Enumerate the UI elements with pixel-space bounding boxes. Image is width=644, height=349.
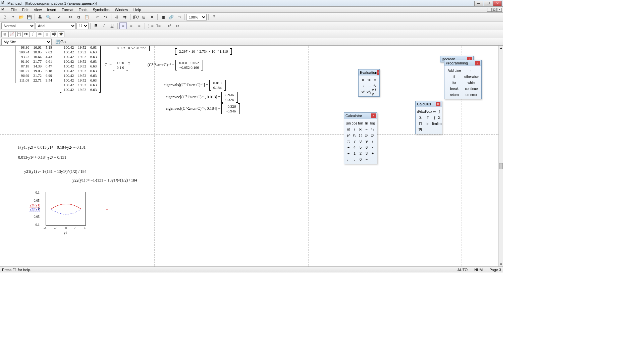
help-icon[interactable]: ? — [210, 14, 218, 20]
matrix-data-mid[interactable]: 100.4219.526.63100.4219.526.63100.4219.5… — [60, 46, 101, 93]
fx-icon[interactable]: f(x) — [132, 14, 140, 20]
redo-icon[interactable]: ↷ — [102, 14, 109, 20]
subscript-button[interactable]: x₂ — [174, 22, 181, 29]
doc-restore[interactable]: ◱ — [492, 8, 497, 12]
prog-btn[interactable]: while — [463, 80, 480, 86]
menu-view[interactable]: View — [31, 8, 45, 12]
eval-assign[interactable]: := — [366, 77, 372, 83]
calc-btn[interactable]: := — [345, 156, 352, 162]
minimize-button[interactable]: — — [474, 1, 483, 6]
calc-btn[interactable]: |x| — [358, 126, 364, 132]
eval-global[interactable]: ≡ — [372, 77, 378, 83]
align-right-icon[interactable]: ⇉ — [121, 14, 128, 20]
eval-xfy[interactable]: xfy — [366, 89, 372, 95]
prog-btn[interactable]: Add Line — [446, 67, 463, 73]
calc-btn[interactable]: 5 — [358, 144, 364, 150]
align-center-button[interactable]: ≡ — [127, 22, 135, 29]
eq-eigenvec-2[interactable]: eigenvec[(Cᵀ·Σисп·C)⁻¹, 0.184] = 0.326−0… — [166, 103, 240, 114]
workspace[interactable]: 98.3616.615.18100.7418.857.0393.2316.644… — [0, 46, 498, 266]
calculus-btn[interactable]: Σ — [417, 114, 424, 120]
calc-btn[interactable]: 8 — [358, 138, 364, 144]
calculus-btn[interactable]: dⁿ/dx — [424, 108, 432, 114]
eq-eigenvec-1[interactable]: eigenvec[(Cᵀ·Σисп·C)⁻¹, 0.013] = 0.9460.… — [166, 92, 238, 103]
graph-palette-icon[interactable]: 📈 — [8, 31, 15, 37]
component-icon[interactable]: ▦ — [159, 14, 167, 20]
eq-inverse[interactable]: (Cᵀ·Σисп·C)⁻¹ = 0.031 −0.052−0.052 0.166 — [148, 60, 203, 70]
new-dropdown-icon[interactable]: ▾ — [9, 14, 17, 20]
palette-close-icon[interactable]: × — [475, 61, 480, 65]
calculus-btn[interactable]: ∞ — [432, 108, 437, 114]
calc-btn[interactable]: ⌐ — [364, 126, 370, 132]
matrix-palette-icon[interactable]: [::] — [15, 31, 22, 37]
eval-xf[interactable]: xf — [360, 89, 366, 95]
style-select[interactable]: Normal — [1, 22, 35, 29]
open-icon[interactable]: 📂 — [17, 14, 25, 20]
evaluation-palette-icon[interactable]: x= — [22, 31, 29, 37]
calc-btn[interactable]: 6 — [364, 144, 370, 150]
vertical-scrollbar[interactable]: ▴ ▾ — [498, 46, 503, 266]
calc-btn[interactable]: eˣ — [345, 132, 352, 138]
prog-btn[interactable]: continue — [463, 86, 480, 92]
prog-btn[interactable]: if — [446, 73, 463, 80]
menu-help[interactable]: Help — [131, 8, 144, 12]
eq-c-definition[interactable]: C := 1 0 00 1 0T — [105, 60, 130, 70]
numbering-button[interactable]: 1≡ — [155, 22, 162, 29]
undo-icon[interactable]: ↶ — [94, 14, 101, 20]
zoom-select[interactable]: 100% — [186, 14, 207, 20]
calc-btn[interactable]: n! — [345, 126, 352, 132]
calc-btn[interactable]: 4 — [352, 144, 358, 150]
size-select[interactable]: 10 — [76, 22, 89, 29]
spell-icon[interactable]: ✓ — [56, 14, 63, 20]
paste-icon[interactable]: 📋 — [83, 14, 90, 20]
calc-btn[interactable]: sin — [345, 120, 352, 126]
calc-btn[interactable]: xʸ — [370, 132, 376, 138]
eval-equals[interactable]: = — [360, 77, 366, 83]
calculus-btn[interactable]: Π — [417, 120, 424, 127]
align-down-icon[interactable]: ⇊ — [113, 14, 120, 20]
close-button[interactable]: ✕ — [493, 1, 502, 6]
eval-arrowdot[interactable]: →· — [366, 83, 372, 89]
superscript-button[interactable]: x² — [166, 22, 173, 29]
calc-btn[interactable]: 0 — [358, 156, 364, 162]
bullets-button[interactable]: ⋮≡ — [147, 22, 154, 29]
new-icon[interactable]: 🗋 — [1, 14, 9, 20]
programming-palette[interactable]: Programming× Add Line←ifotherwiseforwhil… — [444, 60, 482, 99]
programming-palette-icon[interactable]: ⊟ — [44, 31, 50, 37]
calc-btn[interactable]: 7 — [352, 138, 358, 144]
units-icon[interactable]: ⊟ — [140, 14, 148, 20]
prog-btn[interactable]: on error — [463, 92, 480, 98]
calc-btn[interactable]: ln — [364, 120, 370, 126]
go-button[interactable]: 🔄Go — [53, 39, 68, 45]
preview-icon[interactable]: 🔍 — [45, 14, 52, 20]
calc-btn[interactable]: ¹⁄ₓ — [352, 132, 358, 138]
calc-btn[interactable]: x² — [364, 132, 370, 138]
calculus-btn[interactable]: ∫ — [437, 108, 442, 114]
symbolic-palette-icon[interactable]: 🎓 — [58, 31, 64, 37]
evaluation-palette[interactable]: Evaluation× = := ≡ → →· fx xf xfy x f y — [358, 69, 380, 97]
calc-btn[interactable]: . — [352, 156, 358, 162]
calc-btn[interactable]: + — [370, 150, 376, 156]
calculus-btn[interactable]: d/dx — [417, 108, 424, 114]
greek-palette-icon[interactable]: αβ — [51, 31, 57, 37]
align-right-button[interactable]: ≡ — [136, 22, 143, 29]
italic-button[interactable]: I — [100, 22, 108, 29]
nav-select[interactable]: My Site — [1, 39, 52, 45]
calc-btn[interactable]: π — [345, 138, 352, 144]
eval-icon[interactable]: = — [148, 14, 156, 20]
prog-btn[interactable]: for — [446, 80, 463, 86]
calc-btn[interactable]: cos — [352, 120, 358, 126]
print-icon[interactable]: 🖶 — [37, 14, 44, 20]
calculator-palette[interactable]: Calculator× sincostanlnlogn!i|x|⌐ⁿ√eˣ¹⁄ₓ… — [344, 112, 377, 164]
palette-close-icon[interactable]: × — [377, 70, 379, 75]
calc-btn[interactable]: 2 — [358, 150, 364, 156]
doc-minimize[interactable]: – — [487, 8, 492, 12]
save-icon[interactable]: 💾 — [25, 14, 33, 20]
menu-insert[interactable]: Insert — [44, 8, 59, 12]
menu-file[interactable]: File — [8, 8, 19, 12]
calculator-palette-icon[interactable]: ⊞ — [1, 31, 8, 37]
cut-icon[interactable]: ✂ — [67, 14, 74, 20]
eq-eigenvals[interactable]: eigenvals[(Cᵀ·Σисп·C)⁻¹] = 0.0130.184 — [164, 80, 226, 91]
palette-close-icon[interactable]: × — [436, 102, 440, 106]
calc-btn[interactable]: / — [370, 138, 376, 144]
menu-format[interactable]: Format — [59, 8, 76, 12]
